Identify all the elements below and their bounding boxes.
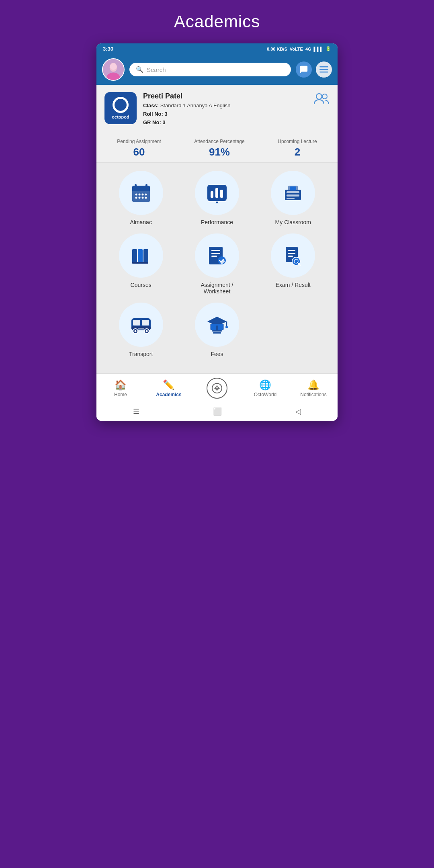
- exam-label: Exam / Result: [276, 282, 311, 288]
- home-icon: 🏠: [115, 379, 127, 391]
- nav-notifications-label: Notifications: [300, 392, 326, 397]
- stat-lecture[interactable]: Upcoming Lecture 2: [278, 139, 317, 158]
- grid-item-transport[interactable]: Transport: [113, 303, 169, 357]
- svg-rect-4: [319, 66, 328, 68]
- svg-rect-26: [215, 188, 218, 198]
- grid-item-almanac[interactable]: Almanac: [113, 171, 169, 225]
- svg-rect-58: [138, 328, 144, 330]
- svg-rect-52: [142, 320, 149, 326]
- svg-rect-29: [287, 191, 299, 193]
- grid-row-2: Courses Assignment /Worksheet: [103, 233, 331, 295]
- grid-item-performance[interactable]: Performance: [189, 171, 245, 225]
- svg-rect-62: [213, 332, 221, 334]
- stat-attendance-label: Attendance Percentage: [194, 139, 244, 144]
- courses-icon-circle: [119, 233, 163, 278]
- nav-item-center[interactable]: [201, 378, 233, 399]
- grid-item-assignment[interactable]: Assignment /Worksheet: [189, 233, 245, 295]
- svg-point-3: [110, 63, 117, 70]
- svg-rect-44: [288, 250, 295, 251]
- carrier: VoLTE: [290, 47, 303, 51]
- svg-rect-27: [220, 190, 223, 198]
- chat-button[interactable]: [296, 61, 312, 78]
- stat-pending-value: 60: [117, 146, 161, 158]
- courses-label: Courses: [131, 282, 151, 288]
- svg-rect-31: [287, 198, 295, 199]
- grid-row-3: Transport: [103, 303, 331, 357]
- svg-rect-45: [288, 253, 295, 254]
- octopod-logo: octopod: [104, 92, 137, 124]
- group-icon[interactable]: [313, 92, 330, 108]
- svg-rect-5: [319, 69, 328, 70]
- network-type: 4G: [305, 47, 311, 51]
- svg-rect-60: [216, 326, 218, 330]
- battery-icon: 🔋: [326, 46, 331, 51]
- my-classroom-label: My Classroom: [275, 219, 311, 225]
- network-speed: 0.00 KB/S: [267, 47, 287, 51]
- grid-item-my-classroom[interactable]: My Classroom: [265, 171, 321, 225]
- svg-rect-46: [288, 256, 293, 257]
- svg-rect-35: [138, 249, 143, 263]
- menu-grid: Almanac Performance: [96, 163, 338, 373]
- svg-rect-41: [211, 256, 217, 257]
- svg-point-56: [134, 330, 136, 332]
- profile-roll: Roll No: 3: [143, 110, 307, 119]
- nav-octoworld-label: OctoWorld: [254, 392, 276, 397]
- exam-icon-circle: [271, 233, 315, 278]
- almanac-label: Almanac: [130, 219, 151, 225]
- svg-point-8: [322, 94, 327, 99]
- profile-section: octopod Preeti Patel Class: Standard 1 A…: [96, 85, 338, 132]
- svg-rect-51: [133, 320, 140, 326]
- stat-attendance[interactable]: Attendance Percentage 91%: [194, 139, 244, 158]
- grid-item-courses[interactable]: Courses: [113, 233, 169, 295]
- stat-lecture-label: Upcoming Lecture: [278, 139, 317, 144]
- search-bar[interactable]: 🔍 Search: [129, 63, 291, 76]
- svg-rect-6: [319, 72, 328, 73]
- profile-gr: GR No: 3: [143, 119, 307, 127]
- nav-item-academics[interactable]: ✏️ Academics: [153, 379, 185, 397]
- transport-label: Transport: [129, 351, 153, 357]
- nav-home-label: Home: [114, 392, 127, 397]
- phone-frame: 3:30 0.00 KB/S VoLTE 4G ▌▌▌ 🔋 🔍 Search: [96, 43, 338, 421]
- transport-icon-circle: [119, 303, 163, 347]
- almanac-icon-circle: [119, 171, 163, 215]
- grid-row-1: Almanac Performance: [103, 171, 331, 225]
- android-back-btn[interactable]: ◁: [295, 407, 301, 416]
- bottom-nav: 🏠 Home ✏️ Academics 🌐 OctoWorld 🔔 Notifi…: [96, 373, 338, 402]
- octopod-logo-text: octopod: [112, 115, 129, 119]
- fees-label: Fees: [211, 351, 223, 357]
- svg-rect-39: [211, 250, 220, 251]
- profile-name: Preeti Patel: [143, 92, 307, 100]
- user-avatar[interactable]: [102, 58, 125, 81]
- android-home-btn[interactable]: ⬜: [213, 407, 222, 416]
- menu-button[interactable]: [316, 61, 332, 78]
- nav-item-octoworld[interactable]: 🌐 OctoWorld: [249, 379, 281, 397]
- svg-rect-25: [211, 191, 213, 198]
- nav-item-home[interactable]: 🏠 Home: [104, 379, 137, 397]
- status-right: 0.00 KB/S VoLTE 4G ▌▌▌ 🔋: [267, 46, 331, 51]
- stat-attendance-value: 91%: [194, 146, 244, 158]
- signal-icon: ▌▌▌: [314, 47, 323, 51]
- profile-class: Class: Standard 1 Annanya A English: [143, 102, 307, 110]
- svg-point-7: [316, 94, 322, 99]
- academics-icon: ✏️: [163, 379, 175, 391]
- status-bar: 3:30 0.00 KB/S VoLTE 4G ▌▌▌ 🔋: [96, 43, 338, 54]
- search-icon: 🔍: [136, 66, 143, 73]
- svg-point-57: [145, 330, 147, 332]
- svg-rect-37: [132, 262, 148, 264]
- grid-item-exam[interactable]: Exam / Result: [265, 233, 321, 295]
- svg-rect-33: [290, 186, 296, 190]
- stat-lecture-value: 2: [278, 146, 317, 158]
- grid-item-fees[interactable]: Fees: [189, 303, 245, 357]
- notifications-icon: 🔔: [307, 379, 319, 391]
- stat-pending-label: Pending Assignment: [117, 139, 161, 144]
- profile-info: Preeti Patel Class: Standard 1 Annanya A…: [143, 92, 307, 127]
- android-menu-btn[interactable]: ☰: [133, 407, 139, 416]
- svg-rect-40: [211, 253, 220, 254]
- center-icon: [207, 378, 227, 399]
- stat-pending[interactable]: Pending Assignment 60: [117, 139, 161, 158]
- nav-academics-label: Academics: [156, 392, 181, 397]
- svg-rect-30: [287, 194, 299, 197]
- svg-rect-36: [143, 249, 148, 263]
- android-nav: ☰ ⬜ ◁: [96, 402, 338, 421]
- nav-item-notifications[interactable]: 🔔 Notifications: [297, 379, 330, 397]
